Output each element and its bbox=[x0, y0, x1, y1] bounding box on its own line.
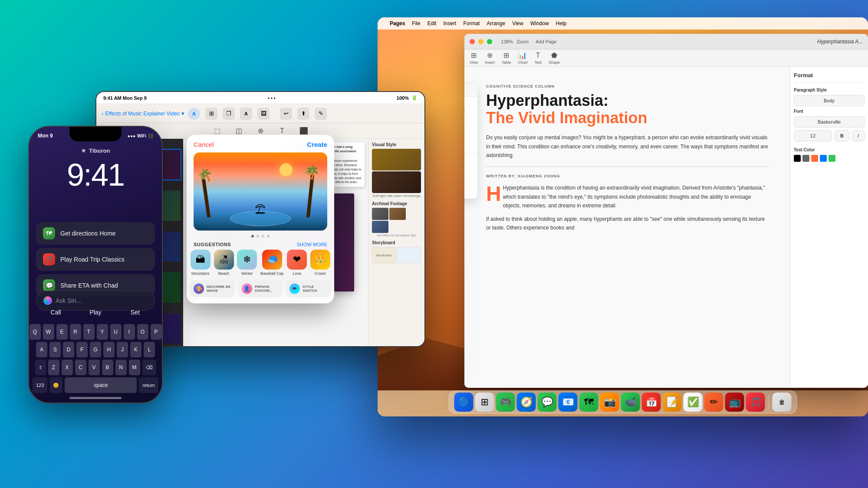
ai-action-person[interactable]: 👤 PERSONCHOOSE... bbox=[238, 280, 283, 298]
color-swatch-blue[interactable] bbox=[820, 155, 827, 162]
toolbar-icon-a-circle[interactable]: A bbox=[188, 108, 200, 120]
key-l[interactable]: L bbox=[144, 342, 155, 357]
menu-insert[interactable]: Insert bbox=[443, 20, 456, 26]
key-d[interactable]: D bbox=[63, 342, 74, 357]
key-return[interactable]: return bbox=[139, 377, 158, 393]
ai-action-describe[interactable]: 🎨 DESCRIBE ANIMAGE bbox=[190, 280, 235, 298]
key-w[interactable]: W bbox=[43, 324, 54, 340]
option-key-points[interactable]: Key Points bbox=[464, 166, 477, 176]
dock-trash[interactable]: 🗑 bbox=[773, 393, 792, 412]
ai-tab-rewrite[interactable]: ✎ Rewrite bbox=[464, 97, 477, 118]
ai-modal-cancel-button[interactable]: Cancel bbox=[194, 141, 214, 148]
key-f[interactable]: F bbox=[76, 342, 88, 357]
window-close-button[interactable] bbox=[470, 39, 475, 44]
suggestion-winter[interactable]: ❄ Winter bbox=[237, 250, 257, 276]
font-italic-button[interactable]: I bbox=[852, 130, 865, 141]
toolbar-icon-image[interactable]: 🖼 bbox=[257, 108, 270, 120]
toolbar-icon-back[interactable]: ↩ bbox=[280, 108, 292, 120]
menu-window[interactable]: Window bbox=[530, 20, 549, 26]
zoom-control[interactable]: Zoom bbox=[516, 39, 529, 44]
option-summary[interactable]: Summary bbox=[464, 155, 477, 166]
quick-action-call[interactable]: Call bbox=[36, 309, 76, 316]
format-btn-body[interactable]: Body bbox=[794, 95, 865, 106]
key-a[interactable]: A bbox=[36, 342, 47, 357]
option-table[interactable]: Table bbox=[464, 176, 477, 187]
dock-notes[interactable]: 📝 bbox=[663, 393, 682, 412]
menu-arrange[interactable]: Arrange bbox=[487, 20, 505, 26]
key-123[interactable]: 123 bbox=[33, 377, 47, 393]
option-friendly[interactable]: Friendly bbox=[464, 120, 477, 131]
toolbar-view[interactable]: ⊞ View bbox=[470, 51, 478, 65]
toolbar-text[interactable]: T Text bbox=[534, 52, 542, 65]
menu-view[interactable]: View bbox=[512, 20, 523, 26]
dock-messages[interactable]: 💬 bbox=[538, 393, 557, 412]
key-m[interactable]: M bbox=[129, 360, 140, 375]
window-maximize-button[interactable] bbox=[487, 39, 492, 44]
menu-format[interactable]: Format bbox=[463, 20, 480, 26]
suggestion-directions[interactable]: 🗺 Get directions Home bbox=[36, 222, 155, 245]
key-s[interactable]: S bbox=[49, 342, 61, 357]
key-i[interactable]: I bbox=[124, 324, 135, 340]
dock-arcade[interactable]: 🎮 bbox=[496, 393, 515, 412]
key-c[interactable]: C bbox=[75, 360, 86, 375]
window-minimize-button[interactable] bbox=[478, 39, 483, 44]
key-y[interactable]: Y bbox=[97, 324, 108, 340]
key-h[interactable]: H bbox=[103, 342, 115, 357]
suggestion-music[interactable]: 🎵 Play Road Trip Classics bbox=[36, 248, 155, 271]
key-u[interactable]: U bbox=[110, 324, 122, 340]
ai-modal-create-button[interactable]: Create bbox=[307, 141, 327, 148]
key-shift[interactable]: ⇧ bbox=[35, 360, 46, 375]
key-j[interactable]: J bbox=[117, 342, 128, 357]
menu-help[interactable]: Help bbox=[556, 20, 567, 26]
key-space[interactable]: space bbox=[65, 377, 137, 393]
font-bold-button[interactable]: B bbox=[835, 130, 849, 141]
color-swatch-gray[interactable] bbox=[802, 155, 809, 162]
key-z[interactable]: Z bbox=[48, 360, 59, 375]
toolbar-shape[interactable]: ⬟ Shape bbox=[549, 51, 560, 65]
suggestion-love[interactable]: ❤ Love bbox=[287, 250, 307, 276]
toolbar-icon-more[interactable]: ✎ bbox=[315, 108, 327, 120]
siri-bar[interactable]: Ask Siri... bbox=[36, 291, 155, 311]
dock-calendar[interactable]: 📅 bbox=[642, 393, 661, 412]
dock-photos[interactable]: 📸 bbox=[600, 393, 619, 412]
toolbar-icon-copy[interactable]: ❐ bbox=[223, 108, 235, 120]
toolbar-icon-grid[interactable]: ⊞ bbox=[205, 108, 217, 120]
dock-music[interactable]: 🎵 bbox=[746, 393, 765, 412]
option-professional[interactable]: Professional bbox=[464, 131, 477, 141]
suggestion-beach[interactable]: 🏖 Beach bbox=[214, 250, 234, 276]
dock-facetime[interactable]: 📹 bbox=[621, 393, 640, 412]
ipad-back-button[interactable]: ‹ Effects of Music Explainer Video ▾ bbox=[102, 110, 184, 117]
key-b[interactable]: B bbox=[102, 360, 113, 375]
key-v[interactable]: V bbox=[89, 360, 100, 375]
toolbar-chart[interactable]: 📊 Chart bbox=[518, 51, 527, 65]
color-swatch-green[interactable] bbox=[829, 155, 835, 162]
key-p[interactable]: P bbox=[151, 324, 162, 340]
option-concise[interactable]: Concise bbox=[464, 141, 477, 151]
quick-action-play[interactable]: Play bbox=[76, 309, 115, 316]
dock-maps[interactable]: 🗺 bbox=[579, 393, 598, 412]
option-list[interactable]: List bbox=[464, 187, 477, 197]
dock-mail[interactable]: 📧 bbox=[559, 393, 578, 412]
dock-safari[interactable]: 🧭 bbox=[517, 393, 536, 412]
dock-launchpad[interactable]: ⊞ bbox=[475, 393, 494, 412]
toolbar-icon-text[interactable]: A bbox=[240, 108, 252, 120]
key-n[interactable]: N bbox=[115, 360, 127, 375]
suggestion-baseball[interactable]: 🧢 Baseball Cap bbox=[260, 250, 284, 276]
key-q[interactable]: Q bbox=[30, 324, 41, 340]
add-page-button[interactable]: Add Page bbox=[536, 39, 556, 44]
key-o[interactable]: O bbox=[137, 324, 148, 340]
dock-tv[interactable]: 📺 bbox=[725, 393, 744, 412]
toolbar-table[interactable]: ⊞ Table bbox=[502, 51, 511, 65]
menu-pages[interactable]: Pages bbox=[390, 20, 405, 26]
key-e[interactable]: E bbox=[56, 324, 68, 340]
key-emoji[interactable]: 😊 bbox=[49, 377, 62, 393]
suggestion-crown[interactable]: 👑 Crown bbox=[310, 250, 330, 276]
format-btn-font[interactable]: Baskerville bbox=[794, 116, 865, 128]
toolbar-insert[interactable]: ⊕ Insert bbox=[485, 51, 495, 65]
quick-action-set[interactable]: Set bbox=[115, 309, 155, 316]
iphone-home-bar[interactable] bbox=[69, 397, 122, 399]
font-size-field[interactable]: 12 bbox=[794, 130, 832, 141]
dock-reminders[interactable]: ✅ bbox=[684, 393, 703, 412]
key-g[interactable]: G bbox=[90, 342, 101, 357]
dock-finder[interactable]: 🔵 bbox=[454, 393, 473, 412]
